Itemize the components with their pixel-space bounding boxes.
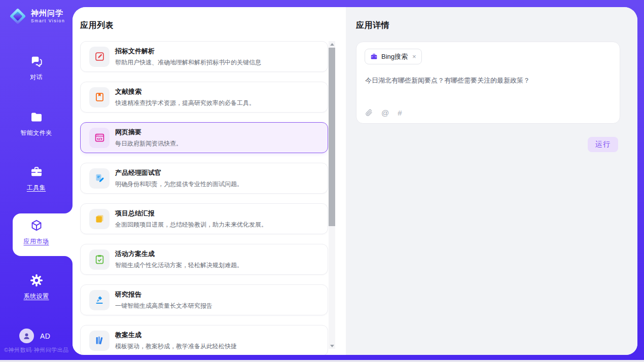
scrollbar-up-icon[interactable] (329, 41, 335, 47)
sidebar-item-app-market[interactable]: 应用市场 (0, 219, 73, 246)
run-button[interactable]: 运行 (588, 137, 618, 152)
briefcase-icon (370, 53, 378, 60)
pen-writer-icon (89, 168, 110, 189)
app-name: 项目总结汇报 (115, 209, 267, 218)
app-card-project-summary[interactable]: 项目总结汇报全面回顾项目进展，总结经验教训，助力未来优化发展。 (80, 203, 328, 234)
avatar (19, 329, 34, 343)
prompt-textarea[interactable]: 今日湖北有哪些新闻要点？有哪些需要关注的最新政策？ (365, 76, 612, 86)
footer-credit: ©神州数码·神州问学出品 (4, 346, 69, 354)
web-code-icon (89, 128, 110, 148)
sidebar-item-smart-folder[interactable]: 智能文件夹 (0, 111, 73, 137)
app-detail-panel: 应用详情 Bing搜索 × 今日湖北有哪些新闻要点？有哪些需要关注的最新政 (346, 7, 637, 355)
sidebar: 神州问学 Smart Vision 对话智能文件夹工具集应用市场系统设置 AD … (0, 0, 73, 355)
app-list-title: 应用列表 (80, 20, 114, 31)
at-icon[interactable]: @ (381, 109, 389, 117)
scrollbar[interactable] (329, 41, 335, 349)
app-description: 全面回顾项目进展，总结经验教训，助力未来优化发展。 (115, 221, 267, 229)
gear-icon (30, 274, 43, 287)
brand-subtitle: Smart Vision (31, 19, 65, 23)
app-description: 模板驱动，教案秒成，教学准备从此轻松快捷 (115, 342, 237, 351)
sidebar-item-toolbox[interactable]: 工具集 (0, 165, 73, 192)
app-list-panel: 应用列表 招标文件解析帮助用户快速、准确地理解和解析招标书中的关键信息文献搜索快… (73, 7, 346, 355)
user-account[interactable]: AD (19, 329, 50, 343)
cube-icon (30, 219, 43, 233)
app-card-pm-interviewer[interactable]: 产品经理面试官明确身份和职责，为您提供专业性的面试问题。 (80, 163, 328, 194)
sidebar-item-label: 应用市场 (0, 237, 73, 246)
chat-icon (30, 55, 43, 68)
attachment-toolbar: @ # (365, 108, 402, 117)
app-name: 活动方案生成 (115, 249, 243, 259)
sidebar-item-label: 工具集 (0, 184, 73, 192)
sidebar-item-label: 系统设置 (0, 292, 73, 301)
app-detail-title: 应用详情 (356, 20, 389, 31)
close-icon[interactable]: × (412, 53, 416, 60)
app-description: 明确身份和职责，为您提供专业性的面试问题。 (115, 180, 243, 189)
app-description: 一键智能生成高质量长文本研究报告 (115, 302, 212, 310)
user-avatar-icon (22, 332, 31, 340)
sidebar-item-chat[interactable]: 对话 (0, 55, 73, 82)
app-description: 智能生成个性化活动方案，轻松解决规划难题。 (115, 261, 243, 270)
app-name: 网页摘要 (115, 128, 182, 137)
active-nav-notch-bottom (64, 256, 73, 264)
user-initials: AD (40, 332, 50, 340)
sidebar-item-settings[interactable]: 系统设置 (0, 274, 73, 301)
sidebar-item-label: 对话 (0, 73, 73, 82)
app-card-bid-doc-parse[interactable]: 招标文件解析帮助用户快速、准确地理解和解析招标书中的关键信息 (80, 41, 328, 72)
scrollbar-thumb[interactable] (329, 48, 335, 226)
app-description: 每日政府新闻资讯快查。 (115, 139, 182, 148)
app-description: 帮助用户快速、准确地理解和解析招标书中的关键信息 (115, 58, 261, 67)
brand-title: 神州问学 (31, 9, 65, 17)
app-card-lesson-plan[interactable]: 教案生成模板驱动，教案秒成，教学准备从此轻松快捷 (80, 325, 328, 355)
scrollbar-down-icon[interactable] (329, 343, 335, 349)
brand-logo: 神州问学 Smart Vision (8, 7, 65, 26)
app-list: 招标文件解析帮助用户快速、准确地理解和解析招标书中的关键信息文献搜索快速精准查找… (80, 41, 328, 355)
app-name: 产品经理面试官 (115, 168, 243, 177)
app-name: 文献搜索 (115, 87, 255, 96)
app-card-event-plan[interactable]: 活动方案生成智能生成个性化活动方案，轻松解决规划难题。 (80, 244, 328, 275)
app-card-web-summary[interactable]: 网页摘要每日政府新闻资讯快查。 (80, 122, 328, 153)
app-card-research-report[interactable]: 研究报告一键智能生成高质量长文本研究报告 (80, 284, 328, 315)
app-name: 教案生成 (115, 331, 237, 340)
book-icon (89, 87, 110, 107)
doc-edit-icon (89, 47, 110, 67)
paperclip-icon[interactable] (365, 108, 373, 117)
main-content: 应用列表 招标文件解析帮助用户快速、准确地理解和解析招标书中的关键信息文献搜索快… (73, 7, 637, 355)
toolbox-icon (30, 165, 43, 179)
books-icon (89, 331, 110, 351)
tool-chip[interactable]: Bing搜索 × (365, 49, 422, 64)
prompt-card[interactable]: Bing搜索 × 今日湖北有哪些新闻要点？有哪些需要关注的最新政策？ @ # (356, 42, 620, 124)
app-name: 研究报告 (115, 290, 212, 299)
bottom-strip (0, 360, 644, 362)
folder-icon (30, 111, 43, 124)
app-name: 招标文件解析 (115, 47, 261, 56)
clipboard-check-icon (89, 249, 110, 270)
notes-icon (89, 209, 110, 229)
app-card-literature-search[interactable]: 文献搜索快速精准查找学术资源，提高研究效率的必备工具。 (80, 82, 328, 113)
diamond-logo-icon (8, 7, 27, 26)
research-icon (89, 290, 110, 310)
app-description: 快速精准查找学术资源，提高研究效率的必备工具。 (115, 99, 255, 107)
sidebar-item-label: 智能文件夹 (0, 129, 73, 137)
app-window: 神州问学 Smart Vision 对话智能文件夹工具集应用市场系统设置 AD … (0, 0, 644, 362)
active-nav-notch-top (64, 205, 73, 213)
tool-chip-label: Bing搜索 (381, 52, 408, 61)
hash-icon[interactable]: # (398, 109, 402, 117)
